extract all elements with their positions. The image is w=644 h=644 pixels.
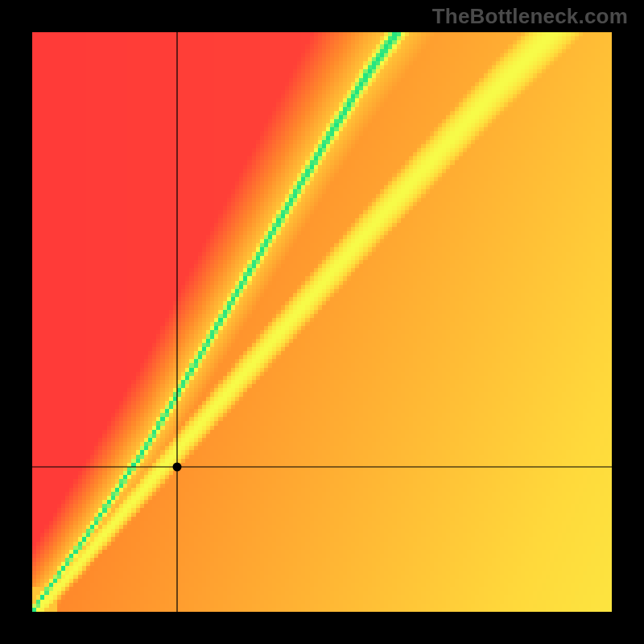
bottleneck-heatmap — [32, 32, 612, 612]
watermark-label: TheBottleneck.com — [432, 4, 628, 29]
chart-frame: TheBottleneck.com — [0, 0, 644, 644]
